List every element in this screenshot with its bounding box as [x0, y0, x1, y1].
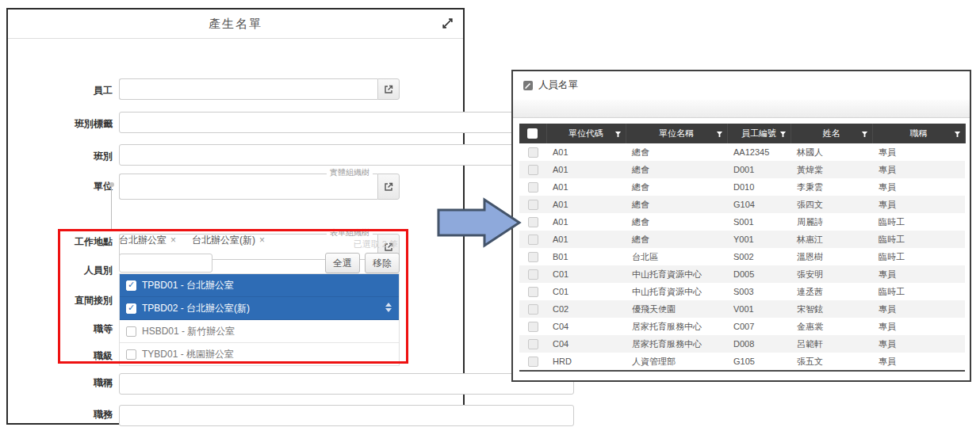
close-icon[interactable]: × [170, 235, 176, 246]
select-all-button[interactable]: 全選 [325, 253, 360, 273]
worksite-option-tybd01[interactable]: TYBD01 - 桃園辦公室 [120, 343, 399, 365]
col-unit-name: 單位名稱 [626, 124, 727, 143]
label-shift-tag: 班別標籤 [8, 117, 113, 131]
filter-icon[interactable] [716, 130, 723, 139]
row-checkbox[interactable] [528, 182, 538, 193]
job-duty-input[interactable] [119, 405, 574, 426]
tag-label: 台北辦公室(新) [192, 234, 255, 247]
label-job-title: 職稱 [8, 376, 113, 390]
row-checkbox[interactable] [528, 252, 538, 262]
table-row: A01總會AA12345林國人專員 [519, 143, 965, 161]
unchecked-checkbox-icon[interactable] [126, 326, 136, 337]
label-worksite: 工作地點 [8, 235, 113, 249]
label-job-level: 職級 [8, 349, 113, 363]
worksite-option-list: TPBD01 - 台北辦公室 TPBD02 - 台北辦公室(新) HSBD01 … [119, 273, 400, 366]
tag-label: 台北辦公室 [119, 234, 167, 247]
physical-tree-label: 實體組織樹 [327, 168, 373, 177]
personnel-list-panel: 人員名單 單位代碼 單位名稱 員工編號 姓名 職稱 A01總會AA12345林國… [511, 70, 971, 382]
edit-icon [523, 80, 534, 91]
table-row: A01總會D010李秉雲專員 [519, 178, 965, 196]
worksite-tag: 台北辦公室(新) × [192, 234, 265, 247]
col-unit-code: 單位代碼 [546, 124, 626, 143]
table-row: C01中山托育資源中心D005張安明專員 [519, 265, 965, 283]
row-checkbox[interactable] [528, 165, 538, 175]
row-checkbox[interactable] [528, 269, 538, 280]
label-personnel-type: 人員別 [8, 264, 113, 277]
table-header-row: 單位代碼 單位名稱 員工編號 姓名 職稱 [519, 124, 965, 143]
row-checkbox[interactable] [528, 322, 538, 332]
unit-connector-vline [111, 187, 112, 229]
expand-icon[interactable] [442, 17, 454, 29]
table-row: HRD人資管理部G105張五文專員 [519, 353, 965, 371]
selected-count: 已選取 2 筆 [354, 238, 398, 250]
employee-input[interactable] [119, 78, 377, 100]
option-label: TPBD01 - 台北辦公室 [142, 279, 234, 292]
unit-physical-group: 實體組織樹 [119, 174, 400, 200]
row-checkbox[interactable] [528, 339, 538, 349]
label-employee: 員工 [8, 84, 113, 97]
close-icon[interactable]: × [259, 235, 265, 246]
row-checkbox[interactable] [528, 304, 538, 315]
col-title: 職稱 [872, 124, 965, 143]
shift-tag-input[interactable] [119, 112, 574, 133]
label-shift: 班別 [8, 150, 113, 163]
filter-icon[interactable] [954, 130, 961, 139]
table-row: A01總會S001周麗詩臨時工 [519, 213, 965, 231]
row-checkbox[interactable] [528, 357, 538, 367]
unit-physical-lookup-button[interactable] [377, 174, 400, 200]
filter-icon[interactable] [614, 130, 622, 139]
table-row: A01總會D001黃煒棠專員 [519, 161, 965, 178]
checked-checkbox-icon[interactable] [126, 303, 136, 314]
employee-picker-group [119, 78, 400, 100]
table-row: A01總會G104張四文專員 [519, 196, 965, 213]
external-link-icon [384, 182, 393, 192]
table-row: C04居家托育服務中心D008呂範軒專員 [519, 335, 965, 353]
unit-connector-dot [109, 182, 114, 187]
worksite-option-tpbd01[interactable]: TPBD01 - 台北辦公室 [120, 274, 399, 297]
unit-connector-hline [111, 229, 119, 230]
option-label: TYBD01 - 桃園辦公室 [142, 348, 234, 361]
row-checkbox[interactable] [528, 217, 538, 227]
personnel-list-header: 人員名單 [513, 71, 970, 96]
flow-arrow [437, 197, 523, 248]
checked-checkbox-icon[interactable] [126, 280, 136, 291]
table-row: B01台北區S002溫恩樹臨時工 [519, 248, 965, 265]
shift-input[interactable] [119, 144, 574, 166]
employee-lookup-button[interactable] [377, 78, 400, 100]
worksite-filter-input[interactable] [119, 254, 212, 273]
label-direct-indirect: 直間接別 [8, 294, 113, 307]
personnel-table: 單位代碼 單位名稱 員工編號 姓名 職稱 A01總會AA12345林國人專員 A… [519, 124, 966, 372]
external-link-icon [384, 85, 393, 94]
personnel-list-title: 人員名單 [538, 78, 578, 92]
worksite-option-tpbd02[interactable]: TPBD02 - 台北辦公室(新) [120, 297, 399, 320]
worksite-controls: 全選 移除 [119, 253, 400, 273]
row-checkbox[interactable] [528, 200, 538, 210]
dialog-header: 產生名單 [8, 10, 463, 39]
worksite-option-hsbd01[interactable]: HSBD01 - 新竹辦公室 [120, 320, 399, 343]
up-down-arrows-icon [385, 303, 392, 312]
label-job-grade: 職等 [8, 322, 113, 336]
label-job-duty: 職務 [8, 408, 113, 421]
select-all-checkbox[interactable] [527, 128, 538, 139]
filter-icon[interactable] [779, 130, 787, 139]
filter-icon[interactable] [861, 130, 868, 139]
generate-list-dialog: 產生名單 員工 班別標籤 班別 單位 工作地點 人員別 直間接別 職等 職級 職… [6, 8, 465, 425]
label-unit: 單位 [8, 180, 113, 193]
row-checkbox[interactable] [528, 235, 538, 245]
dialog-title: 產生名單 [209, 17, 262, 32]
header-checkbox-cell [519, 124, 546, 143]
option-label: HSBD01 - 新竹辦公室 [142, 325, 235, 338]
table-row: C02優飛天使園V001宋智鉉專員 [519, 300, 965, 318]
unchecked-checkbox-icon[interactable] [126, 349, 136, 360]
row-checkbox[interactable] [528, 147, 538, 158]
table-row: C04居家托育服務中心C007金惠裳專員 [519, 318, 965, 335]
col-name: 姓名 [791, 124, 872, 143]
row-checkbox[interactable] [528, 287, 538, 297]
toolbar-strip [513, 100, 970, 118]
table-row: C01中山托育資源中心S003連丞茜臨時工 [519, 283, 965, 300]
remove-button[interactable]: 移除 [365, 253, 400, 273]
job-title-input[interactable] [119, 373, 574, 395]
col-emp-id: 員工編號 [727, 124, 791, 143]
worksite-tag: 台北辦公室 × [119, 234, 176, 247]
option-label: TPBD02 - 台北辦公室(新) [142, 302, 250, 315]
